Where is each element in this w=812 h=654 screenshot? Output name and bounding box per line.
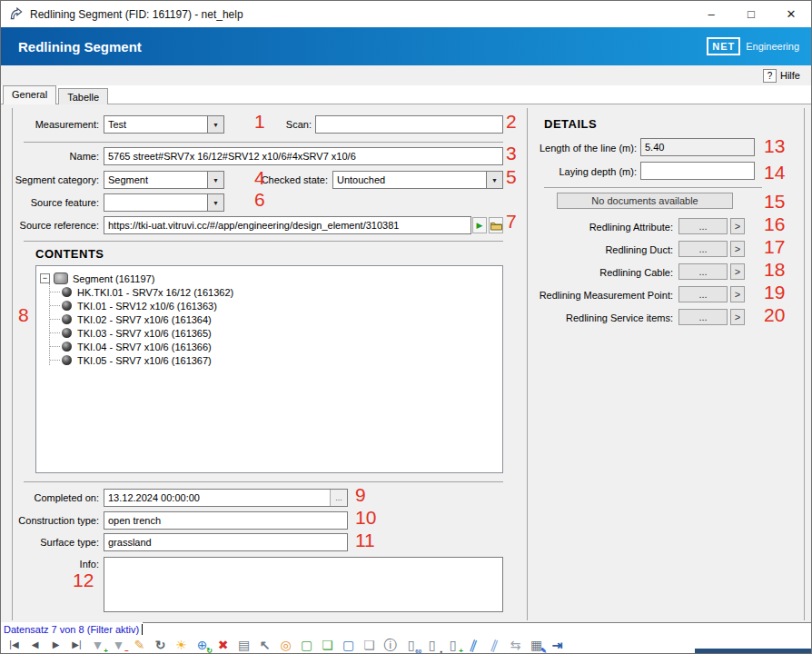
table-edit-icon[interactable]: ▦✎ bbox=[528, 637, 545, 653]
open-link-button[interactable]: ▶ bbox=[472, 217, 487, 233]
highlight-sun-icon[interactable]: ☀ bbox=[173, 637, 190, 653]
segment-category-value: Segment bbox=[104, 174, 207, 185]
scan-input[interactable] bbox=[315, 115, 503, 134]
text-caret bbox=[142, 624, 143, 635]
nav-prev-icon[interactable]: ◀ bbox=[26, 637, 44, 653]
browse-folder-button[interactable] bbox=[489, 217, 503, 233]
filter-add-icon[interactable]: ▼+ bbox=[89, 637, 106, 653]
doc-add-icon[interactable]: ▯+ bbox=[444, 637, 461, 653]
window-title: Redlining Segment (FID: 161197) - net_he… bbox=[30, 8, 243, 21]
redlining-measurement-point-arrow-button[interactable]: > bbox=[730, 286, 745, 302]
status-bar: Datensatz 7 von 8 (Filter aktiv) bbox=[1, 622, 143, 636]
print-icon[interactable]: ▤ bbox=[235, 637, 253, 653]
redlining-service-items-ellipsis-button[interactable]: ... bbox=[678, 309, 728, 325]
tree-root[interactable]: − Segment (161197) bbox=[40, 272, 499, 285]
tree-item[interactable]: TKI.04 - SRV7 x10/6 (161366) bbox=[62, 340, 499, 353]
reroute-icon[interactable]: ⇆ bbox=[507, 637, 524, 653]
annotation-13: 13 bbox=[764, 136, 785, 156]
refresh-icon[interactable]: ↻ bbox=[152, 637, 169, 653]
chevron-down-icon[interactable] bbox=[207, 172, 223, 188]
chevron-down-icon[interactable] bbox=[207, 116, 223, 133]
redlining-attribute-label: Redlining Attribute: bbox=[506, 222, 673, 233]
window-resize-edge[interactable] bbox=[695, 649, 811, 653]
edit-pencil-icon[interactable]: ✎ bbox=[131, 637, 148, 653]
annotation-19: 19 bbox=[764, 282, 785, 302]
nav-last-icon[interactable]: ▶| bbox=[68, 637, 85, 653]
redlining-attribute-arrow-button[interactable]: > bbox=[730, 218, 745, 234]
exit-door-icon[interactable]: ⇥ bbox=[549, 637, 566, 653]
help-bar: ? Hilfe bbox=[1, 65, 811, 85]
redlining-cable-ellipsis-button[interactable]: ... bbox=[678, 263, 728, 280]
construction-type-input[interactable] bbox=[104, 511, 348, 530]
close-button[interactable]: ✕ bbox=[771, 1, 811, 27]
name-input[interactable] bbox=[104, 147, 503, 165]
polygon-icon[interactable]: ▢ bbox=[298, 637, 315, 653]
redlining-service-items-arrow-button[interactable]: > bbox=[730, 309, 745, 325]
length-input bbox=[640, 138, 755, 156]
polygon-select-icon[interactable]: ▢ bbox=[340, 637, 357, 653]
doc-photo-icon[interactable]: ▯● bbox=[423, 637, 441, 653]
collapse-expander-icon[interactable]: − bbox=[40, 273, 50, 283]
date-picker-button[interactable]: ... bbox=[330, 490, 347, 506]
checked-state-combobox[interactable]: Untouched bbox=[332, 171, 503, 189]
identify-pointer-icon[interactable]: ↖ bbox=[256, 637, 273, 653]
segment-category-combobox[interactable]: Segment bbox=[104, 171, 224, 189]
redlining-duct-label: Redlining Duct: bbox=[506, 244, 673, 255]
redlining-attribute-ellipsis-button[interactable]: ... bbox=[678, 218, 728, 234]
completed-on-field[interactable]: 13.12.2024 00:00:00 ... bbox=[104, 489, 348, 507]
net-engineering-logo: NET Engineering bbox=[707, 37, 799, 55]
polygon-overlap-icon[interactable]: ❏ bbox=[319, 637, 336, 653]
globe-refresh-icon[interactable]: ⊕↻ bbox=[193, 637, 211, 653]
maximize-button[interactable]: □ bbox=[731, 1, 771, 27]
measurement-label: Measurement: bbox=[13, 119, 99, 130]
source-reference-input[interactable] bbox=[104, 216, 471, 234]
tree-item-label: HK.TKI.01 - SRV7x 16/12 (161362) bbox=[77, 287, 233, 298]
tree-item[interactable]: TKI.02 - SRV7 x10/6 (161364) bbox=[62, 312, 499, 326]
tree-children: HK.TKI.01 - SRV7x 16/12 (161362) TKI.01 … bbox=[62, 285, 499, 367]
sphere-icon bbox=[62, 301, 72, 311]
minimize-button[interactable]: – bbox=[691, 1, 731, 27]
redlining-measurement-point-ellipsis-button[interactable]: ... bbox=[678, 286, 728, 302]
help-label[interactable]: Hilfe bbox=[780, 70, 800, 81]
zoom-icon[interactable]: ◎ bbox=[277, 637, 294, 653]
draw-line-alt-icon[interactable]: ∥ bbox=[486, 637, 503, 653]
tree-item[interactable]: TKI.01 - SRV12 x10/6 (161363) bbox=[62, 299, 499, 312]
tree-item[interactable]: TKI.05 - SRV7 x10/6 (161367) bbox=[62, 353, 499, 367]
draw-line-icon[interactable]: ∥ bbox=[465, 637, 482, 653]
redlining-duct-arrow-button[interactable]: > bbox=[730, 241, 745, 257]
info-icon[interactable]: ⓘ bbox=[381, 637, 399, 653]
filter-remove-icon[interactable]: ▼− bbox=[110, 637, 127, 653]
navigator-toolbar: |◀ ◀ ▶ ▶| ▼+ ▼− ✎ ↻ ☀ ⊕↻ ✖ ▤ ↖ ◎ ▢ ❏ ▢ ❏… bbox=[1, 636, 811, 653]
help-icon[interactable]: ? bbox=[763, 69, 777, 83]
contents-tree[interactable]: − Segment (161197) HK.TKI.01 - SRV7x 16/… bbox=[35, 265, 503, 473]
column-divider bbox=[527, 108, 528, 620]
segment-category-label: Segment category: bbox=[1, 174, 99, 185]
tree-item-label: TKI.05 - SRV7 x10/6 (161367) bbox=[77, 355, 212, 366]
tab-tabelle[interactable]: Tabelle bbox=[58, 88, 108, 104]
laying-depth-input[interactable] bbox=[640, 162, 755, 180]
redlining-cable-arrow-button[interactable]: > bbox=[730, 263, 745, 280]
tree-item[interactable]: HK.TKI.01 - SRV7x 16/12 (161362) bbox=[62, 285, 499, 299]
annotation-15: 15 bbox=[764, 192, 785, 212]
info-textarea[interactable] bbox=[104, 557, 503, 612]
delete-icon[interactable]: ✖ bbox=[214, 637, 232, 653]
nav-first-icon[interactable]: |◀ bbox=[5, 637, 23, 653]
title-bar: Redlining Segment (FID: 161197) - net_he… bbox=[1, 1, 811, 27]
tab-general[interactable]: General bbox=[3, 85, 56, 104]
chevron-down-icon[interactable] bbox=[207, 194, 223, 211]
annotation-11: 11 bbox=[355, 530, 375, 550]
tree-item[interactable]: TKI.03 - SRV7 x10/6 (161365) bbox=[62, 326, 499, 340]
source-feature-combobox[interactable] bbox=[104, 193, 224, 212]
right-group-border bbox=[804, 108, 805, 620]
shape-copy-icon[interactable]: ❏ bbox=[361, 637, 378, 653]
redlining-service-items-label: Redlining Service items: bbox=[506, 312, 673, 323]
annotation-20: 20 bbox=[764, 305, 785, 325]
no-documents-button[interactable]: No documents available bbox=[557, 193, 733, 209]
nav-next-icon[interactable]: ▶ bbox=[47, 637, 64, 653]
separator bbox=[544, 187, 762, 188]
redlining-duct-ellipsis-button[interactable]: ... bbox=[678, 241, 728, 257]
measurement-combobox[interactable]: Test bbox=[104, 115, 224, 134]
annotation-16: 16 bbox=[764, 214, 785, 234]
surface-type-input[interactable] bbox=[104, 533, 348, 551]
doc-count-icon[interactable]: ▯60 bbox=[402, 637, 420, 653]
